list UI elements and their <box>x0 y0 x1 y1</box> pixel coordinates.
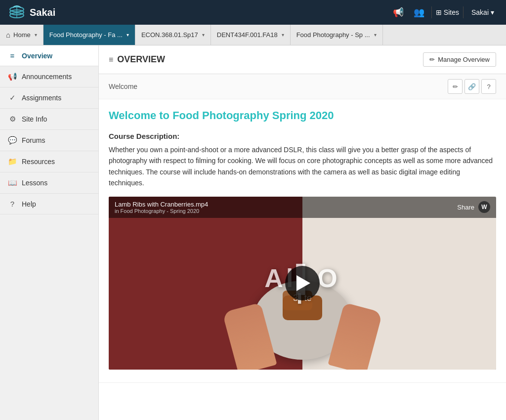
tab-dent[interactable]: DENT434F.001.FA18 ▾ <box>211 25 291 45</box>
sidebar-item-overview-label: Overview <box>22 52 52 60</box>
video-body[interactable]: Al▌O 3▌te <box>109 197 496 370</box>
sidebar-item-resources[interactable]: 📁 Resources <box>0 151 98 172</box>
sidebar-item-forums-label: Forums <box>22 136 45 144</box>
course-desc-text: Whether you own a point-and-shoot or a m… <box>109 144 496 189</box>
sidebar-item-announcements[interactable]: 📢 Announcements <box>0 66 98 87</box>
video-title: Lamb Ribs with Cranberries.mp4 <box>115 201 208 208</box>
site-info-icon: ⚙ <box>8 115 17 124</box>
share-w-icon: W <box>478 201 490 213</box>
share-label: Share <box>457 204 474 211</box>
sidebar-item-resources-label: Resources <box>22 158 55 166</box>
video-meta: in Food Photography - Spring 2020 <box>115 208 208 214</box>
sidebar-item-assignments-label: Assignments <box>22 94 61 102</box>
tab-food-fa[interactable]: Food Photography - Fa ... ▾ <box>43 25 135 45</box>
sidebar-item-forums[interactable]: 💬 Forums <box>0 130 98 151</box>
welcome-panel: Welcome ✏ 🔗 ? Welcome to Food Photograph… <box>99 74 506 383</box>
sidebar-item-help-label: Help <box>22 200 36 208</box>
sidebar-item-help[interactable]: ? Help <box>0 194 98 214</box>
welcome-panel-header: Welcome ✏ 🔗 ? <box>99 74 506 99</box>
user-label: Sakai <box>471 8 489 16</box>
play-triangle-icon <box>296 275 310 291</box>
course-desc-label: Course Description: <box>109 132 496 140</box>
help-icon: ? <box>8 200 17 208</box>
question-icon: ? <box>487 83 490 90</box>
video-info: Lamb Ribs with Cranberries.mp4 in Food P… <box>115 201 208 214</box>
main-layout: ≡ Overview 📢 Announcements ✓ Assignments… <box>0 45 506 420</box>
play-button[interactable] <box>285 266 320 300</box>
manage-overview-label: Manage Overview <box>438 56 490 63</box>
sidebar-item-site-info-label: Site Info <box>22 115 47 123</box>
announcement-icon[interactable]: 📢 <box>390 5 407 20</box>
tab-food-fa-label: Food Photography - Fa ... <box>49 31 123 39</box>
tab-econ[interactable]: ECON.368.01.Sp17 ▾ <box>135 25 211 45</box>
tab-home[interactable]: ⌂ Home ▾ <box>0 25 43 45</box>
video-container: Lamb Ribs with Cranberries.mp4 in Food P… <box>109 197 496 370</box>
tab-econ-arrow: ▾ <box>202 32 205 38</box>
sakai-logo[interactable]: Sakai <box>8 3 55 21</box>
home-icon: ⌂ <box>6 31 10 39</box>
sidebar-item-lessons-label: Lessons <box>22 179 47 187</box>
link-button[interactable]: 🔗 <box>464 79 479 94</box>
user-dropdown-arrow: ▾ <box>491 8 494 16</box>
content-area: ≡ OVERVIEW ✏ Manage Overview Welcome ✏ 🔗 <box>99 45 506 420</box>
announcements-icon: 📢 <box>8 72 17 81</box>
sakai-logo-icon <box>8 3 26 21</box>
welcome-actions: ✏ 🔗 ? <box>448 79 496 94</box>
help-button[interactable]: ? <box>481 79 496 94</box>
tab-food-sp[interactable]: Food Photography - Sp ... ▾ <box>291 25 383 45</box>
pencil-icon: ✏ <box>429 56 435 63</box>
video-header: Lamb Ribs with Cranberries.mp4 in Food P… <box>109 197 496 218</box>
video-share: Share W <box>457 201 490 213</box>
sidebar-item-site-info[interactable]: ⚙ Site Info <box>0 109 98 130</box>
tab-food-sp-arrow: ▾ <box>374 32 377 38</box>
sidebar-item-announcements-label: Announcements <box>22 73 72 81</box>
overview-title-text: OVERVIEW <box>117 54 165 65</box>
overview-title-icon: ≡ <box>109 55 113 64</box>
sidebar: ≡ Overview 📢 Announcements ✓ Assignments… <box>0 45 99 420</box>
user-menu[interactable]: Sakai ▾ <box>467 6 498 18</box>
overview-title: ≡ OVERVIEW <box>109 54 165 65</box>
manage-overview-button[interactable]: ✏ Manage Overview <box>423 52 496 67</box>
resources-icon: 📁 <box>8 157 17 166</box>
lessons-icon: 📖 <box>8 178 17 187</box>
tab-dent-label: DENT434F.001.FA18 <box>217 31 278 39</box>
tab-dent-arrow: ▾ <box>282 32 284 38</box>
tab-home-label: Home <box>13 31 31 39</box>
tab-food-fa-arrow: ▾ <box>126 32 129 38</box>
sidebar-item-overview[interactable]: ≡ Overview <box>0 45 98 66</box>
welcome-heading: Welcome to Food Photography Spring 2020 <box>109 109 496 122</box>
welcome-label: Welcome <box>109 83 137 90</box>
users-icon[interactable]: 👥 <box>411 5 427 20</box>
edit-icon: ✏ <box>453 83 458 90</box>
sidebar-item-assignments[interactable]: ✓ Assignments <box>0 87 98 109</box>
assignments-icon: ✓ <box>8 93 17 102</box>
top-nav: Sakai 📢 👥 ⊞ Sites Sakai ▾ <box>0 0 506 25</box>
welcome-content: Welcome to Food Photography Spring 2020 … <box>99 99 506 382</box>
overview-header: ≡ OVERVIEW ✏ Manage Overview <box>99 45 506 74</box>
tab-econ-label: ECON.368.01.Sp17 <box>141 31 198 39</box>
grid-icon: ⊞ <box>436 8 442 16</box>
overview-icon: ≡ <box>8 51 17 60</box>
edit-button[interactable]: ✏ <box>448 79 463 94</box>
sites-menu[interactable]: ⊞ Sites <box>431 6 464 18</box>
tab-food-sp-label: Food Photography - Sp ... <box>296 31 370 39</box>
link-icon: 🔗 <box>468 83 476 90</box>
brand-name: Sakai <box>30 7 55 18</box>
tab-bar: ⌂ Home ▾ Food Photography - Fa ... ▾ ECO… <box>0 25 506 45</box>
top-nav-right: 📢 👥 ⊞ Sites Sakai ▾ <box>390 5 498 20</box>
sidebar-item-lessons[interactable]: 📖 Lessons <box>0 172 98 194</box>
tab-home-arrow: ▾ <box>35 32 37 38</box>
sites-label: Sites <box>444 8 459 16</box>
forums-icon: 💬 <box>8 136 17 145</box>
